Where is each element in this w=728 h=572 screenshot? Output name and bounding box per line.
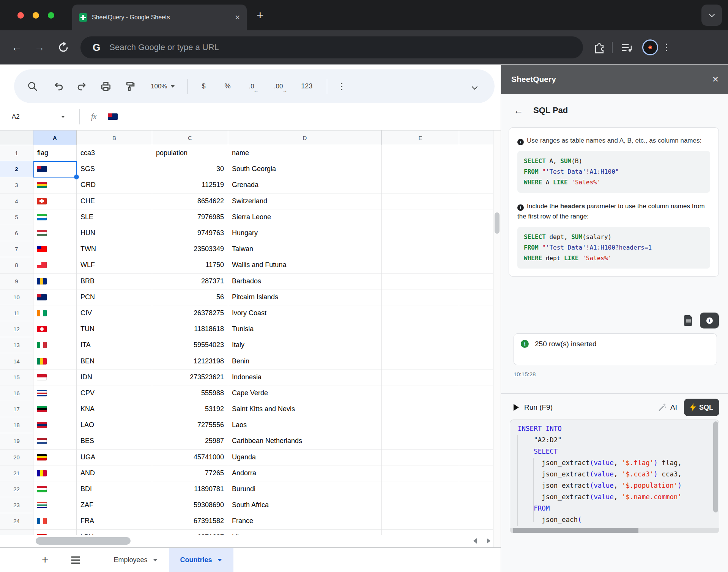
sheet-tab-menu-icon[interactable] bbox=[153, 559, 158, 561]
run-play-icon[interactable] bbox=[514, 404, 519, 411]
scroll-left-icon[interactable] bbox=[473, 538, 477, 544]
cell-population[interactable]: 23503349 bbox=[152, 241, 228, 257]
cell-C1[interactable]: population bbox=[152, 145, 228, 161]
cell-cca3[interactable]: TWN bbox=[77, 241, 152, 257]
extensions-puzzle-icon[interactable] bbox=[593, 41, 606, 54]
row-number[interactable]: 24 bbox=[0, 513, 33, 529]
cell-empty[interactable] bbox=[459, 465, 493, 481]
undo-icon[interactable] bbox=[53, 81, 64, 92]
cell-empty[interactable] bbox=[382, 385, 459, 401]
cell-empty[interactable] bbox=[459, 225, 493, 241]
cell-name[interactable]: Indonesia bbox=[228, 369, 382, 385]
profile-avatar[interactable] bbox=[642, 39, 658, 55]
cell-name[interactable]: Barbados bbox=[228, 273, 382, 289]
cell-name[interactable]: Laos bbox=[228, 417, 382, 433]
cell-empty[interactable] bbox=[382, 497, 459, 513]
cell-cca3[interactable]: HUN bbox=[77, 225, 152, 241]
row-number[interactable]: 20 bbox=[0, 449, 33, 465]
cell-F1[interactable] bbox=[459, 145, 493, 161]
browser-menu-icon[interactable] bbox=[666, 44, 667, 51]
currency-format-button[interactable]: $ bbox=[202, 82, 205, 90]
column-header-F[interactable] bbox=[459, 130, 493, 145]
cell-empty[interactable] bbox=[382, 353, 459, 369]
row-number[interactable]: 9 bbox=[0, 273, 33, 289]
cell-cca3[interactable]: GRD bbox=[77, 177, 152, 193]
window-zoom-button[interactable] bbox=[48, 12, 54, 19]
cell-flag-TUN[interactable] bbox=[33, 321, 77, 337]
cell-name[interactable]: Benin bbox=[228, 353, 382, 369]
cell-name[interactable]: Uganda bbox=[228, 449, 382, 465]
cell-name[interactable]: Switzerland bbox=[228, 193, 382, 209]
cell-name[interactable]: South Africa bbox=[228, 497, 382, 513]
cell-name[interactable]: Caribbean Netherlands bbox=[228, 433, 382, 449]
cell-empty[interactable] bbox=[459, 273, 493, 289]
cell-flag-ITA[interactable] bbox=[33, 337, 77, 353]
cell-empty[interactable] bbox=[459, 433, 493, 449]
cell-A1[interactable]: flag bbox=[33, 145, 77, 161]
cell-population[interactable]: 30 bbox=[152, 161, 228, 177]
cell-empty[interactable] bbox=[382, 193, 459, 209]
cell-flag-TWN[interactable] bbox=[33, 241, 77, 257]
row-number[interactable]: 15 bbox=[0, 369, 33, 385]
cell-population[interactable]: 77265 bbox=[152, 465, 228, 481]
column-header-E[interactable]: E bbox=[382, 130, 459, 145]
cell-flag-CPV[interactable] bbox=[33, 385, 77, 401]
paint-format-icon[interactable] bbox=[123, 80, 136, 93]
cell-cca3[interactable]: ITA bbox=[77, 337, 152, 353]
cell-flag-CIV[interactable] bbox=[33, 305, 77, 321]
cell-population[interactable]: 59554023 bbox=[152, 337, 228, 353]
cell-flag-UGA[interactable] bbox=[33, 449, 77, 465]
cell-name[interactable]: Wallis and Futuna bbox=[228, 257, 382, 273]
cell-name[interactable]: Libya bbox=[228, 530, 382, 535]
url-bar[interactable]: G Search Google or type a URL bbox=[80, 36, 583, 58]
sql-editor-code[interactable]: INSERT INTO "A2:D2" SELECT json_extract(… bbox=[518, 423, 711, 525]
cell-population[interactable]: 6871287 bbox=[152, 530, 228, 535]
editor-vertical-scrollbar[interactable] bbox=[713, 421, 718, 512]
cell-cca3[interactable]: IDN bbox=[77, 369, 152, 385]
redo-icon[interactable] bbox=[76, 81, 88, 92]
cell-cca3[interactable]: CIV bbox=[77, 305, 152, 321]
cell-empty[interactable] bbox=[382, 321, 459, 337]
cell-population[interactable]: 11818618 bbox=[152, 321, 228, 337]
increase-decimal-button[interactable]: .00→ bbox=[274, 83, 283, 90]
tab-close-icon[interactable]: × bbox=[235, 13, 240, 22]
cell-cca3[interactable]: FRA bbox=[77, 513, 152, 529]
cell-population[interactable]: 26378275 bbox=[152, 305, 228, 321]
cell-empty[interactable] bbox=[382, 465, 459, 481]
cell-flag-GRD[interactable] bbox=[33, 177, 77, 193]
cell-empty[interactable] bbox=[382, 273, 459, 289]
cell-flag-BES[interactable] bbox=[33, 433, 77, 449]
editor-hscroll-thumb[interactable] bbox=[513, 528, 638, 533]
cell-cca3[interactable]: BRB bbox=[77, 273, 152, 289]
cell-cca3[interactable]: CHE bbox=[77, 193, 152, 209]
vertical-scrollbar-thumb[interactable] bbox=[495, 212, 500, 234]
cell-empty[interactable] bbox=[459, 305, 493, 321]
cell-flag-FRA[interactable] bbox=[33, 513, 77, 529]
horizontal-scrollbar-thumb[interactable] bbox=[36, 537, 131, 545]
corner-cell[interactable] bbox=[0, 130, 33, 145]
cell-flag-LAO[interactable] bbox=[33, 417, 77, 433]
cell-empty[interactable] bbox=[382, 449, 459, 465]
back-arrow-icon[interactable]: ← bbox=[514, 105, 523, 116]
cell-cca3[interactable]: CPV bbox=[77, 385, 152, 401]
cell-flag-SGS[interactable] bbox=[33, 161, 77, 177]
row-number[interactable]: 13 bbox=[0, 337, 33, 353]
cell-empty[interactable] bbox=[459, 513, 493, 529]
cell-name[interactable]: Ivory Coast bbox=[228, 305, 382, 321]
cell-flag-IDN[interactable] bbox=[33, 369, 77, 385]
cell-population[interactable]: 273523621 bbox=[152, 369, 228, 385]
cell-flag-BDI[interactable] bbox=[33, 481, 77, 497]
cell-empty[interactable] bbox=[459, 257, 493, 273]
cell-empty[interactable] bbox=[459, 241, 493, 257]
cell-cca3[interactable]: TUN bbox=[77, 321, 152, 337]
cell-cca3[interactable]: BEN bbox=[77, 353, 152, 369]
zoom-control[interactable]: 100% bbox=[151, 83, 175, 90]
cell-empty[interactable] bbox=[459, 417, 493, 433]
horizontal-scrollbar[interactable] bbox=[0, 535, 493, 547]
number-format-button[interactable]: 123 bbox=[301, 82, 312, 90]
search-icon[interactable] bbox=[27, 81, 38, 92]
decrease-decimal-button[interactable]: .0← bbox=[249, 83, 254, 90]
sheet-tab-menu-icon[interactable] bbox=[217, 559, 222, 561]
row-number[interactable]: 4 bbox=[0, 193, 33, 209]
add-sheet-button[interactable]: + bbox=[42, 553, 49, 566]
